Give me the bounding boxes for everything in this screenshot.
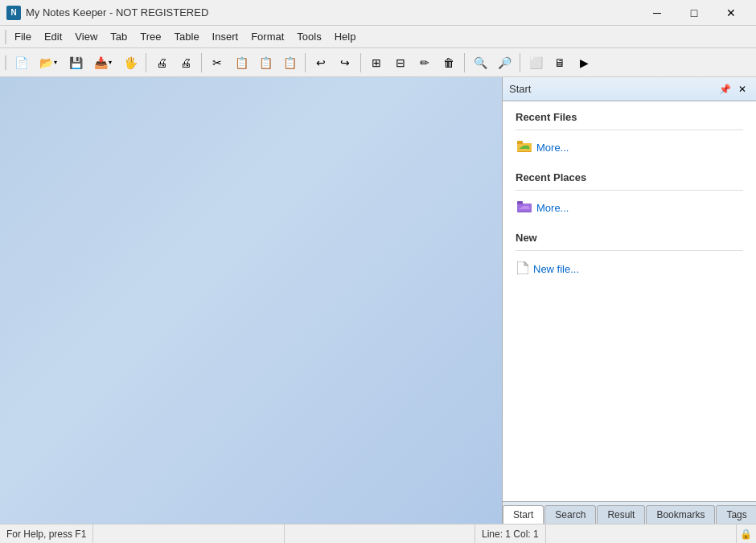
start-panel-close-button[interactable]: ✕ (735, 82, 750, 97)
new-file-icon (517, 261, 528, 277)
toolbar-separator-1 (146, 53, 146, 72)
start-panel-controls: 📌 ✕ (717, 82, 750, 97)
close-button[interactable]: ✕ (713, 0, 750, 26)
app-icon: N (6, 6, 21, 20)
svg-rect-2 (517, 141, 523, 144)
recent-files-folder-icon (517, 141, 532, 154)
toolbar-separator-4 (360, 53, 361, 72)
title-text: My Notes Keeper - NOT REGISTERED (26, 6, 208, 19)
title-left: N My Notes Keeper - NOT REGISTERED (6, 6, 208, 20)
start-panel-title: Start (509, 83, 531, 95)
toolbar-separator-6 (520, 53, 520, 72)
menu-bar: File Edit View Tab Tree Table Insert For… (0, 26, 756, 48)
section-gap-1 (516, 160, 743, 171)
menu-file[interactable]: File (8, 28, 38, 45)
title-controls: ─ □ ✕ (639, 0, 750, 26)
toolbar-edit-button[interactable]: ✏ (413, 51, 436, 74)
recent-places-divider (516, 190, 743, 191)
toolbar-copy-button[interactable]: 📋 (230, 51, 253, 74)
menu-table[interactable]: Table (168, 28, 206, 45)
toolbar-table2-button[interactable]: ⊟ (389, 51, 412, 74)
toolbar-monitor-button[interactable]: 🖥 (549, 51, 571, 74)
bottom-tabs: Start Search Result Bookmarks Tags (503, 501, 756, 524)
toolbar-new-button[interactable]: 📄 (10, 51, 32, 74)
recent-places-more-label: More... (536, 202, 569, 214)
recent-files-more-item[interactable]: More... (516, 138, 743, 157)
toolbar-print-button[interactable]: 🖨 (150, 51, 173, 74)
new-file-item[interactable]: New file... (516, 259, 743, 279)
toolbar: 📄 📂▾ 💾 📥▾ 🖐 🖨 🖨 ✂ 📋 📋 📋 ↩ ↪ ⊞ ⊟ ✏ 🗑 🔍 🔎 … (0, 48, 756, 77)
start-panel-header: Start 📌 ✕ (503, 77, 756, 101)
recent-files-more-label: More... (536, 142, 569, 154)
toolbar-paste2-button[interactable]: 📋 (278, 51, 301, 74)
status-bar: For Help, press F1 Line: 1 Col: 1 🔒 (0, 524, 756, 543)
menu-view[interactable]: View (68, 28, 104, 45)
right-panel: Start 📌 ✕ Recent Files More... (502, 77, 756, 524)
recent-places-folder-icon (517, 201, 532, 215)
toolbar-print2-button[interactable]: 🖨 (175, 51, 197, 74)
status-spacer-1 (93, 524, 284, 543)
toolbar-redo-button[interactable]: ↪ (334, 51, 356, 74)
section-gap-2 (516, 220, 743, 232)
toolbar-separator-2 (201, 53, 202, 72)
recent-files-heading: Recent Files (516, 111, 743, 123)
tab-tags[interactable]: Tags (716, 505, 756, 524)
toolbar-search-button[interactable]: 🔍 (469, 51, 491, 74)
status-spacer-2 (285, 524, 475, 543)
lock-icon: 🔒 (737, 524, 756, 543)
toolbar-separator-3 (305, 53, 306, 72)
status-position: Line: 1 Col: 1 (475, 524, 546, 543)
minimize-button[interactable]: ─ (639, 0, 676, 26)
menu-insert[interactable]: Insert (206, 28, 245, 45)
tab-start[interactable]: Start (503, 505, 544, 524)
toolbar-delete-button[interactable]: 🗑 (438, 51, 460, 74)
menu-tab[interactable]: Tab (104, 28, 134, 45)
toolbar-pointer-button[interactable]: 🖐 (119, 51, 142, 74)
toolbar-import-button[interactable]: 📥▾ (88, 51, 117, 74)
left-panel (0, 77, 502, 524)
maximize-button[interactable]: □ (676, 0, 713, 26)
svg-marker-9 (524, 261, 528, 265)
menu-tools[interactable]: Tools (290, 28, 327, 45)
menu-format[interactable]: Format (244, 28, 290, 45)
new-section-heading: New (516, 232, 743, 244)
recent-files-divider (516, 130, 743, 130)
main-area: Start 📌 ✕ Recent Files More... (0, 77, 756, 524)
menu-separator (5, 30, 6, 44)
toolbar-save-button[interactable]: 💾 (64, 51, 87, 74)
toolbar-separator-left (5, 56, 6, 70)
status-spacer-3 (546, 524, 737, 543)
toolbar-undo-button[interactable]: ↩ (310, 51, 332, 74)
toolbar-more-button[interactable]: ▶ (573, 51, 595, 74)
start-panel-pin-button[interactable]: 📌 (717, 82, 732, 97)
title-bar: N My Notes Keeper - NOT REGISTERED ─ □ ✕ (0, 0, 756, 26)
menu-edit[interactable]: Edit (38, 28, 68, 45)
tab-result[interactable]: Result (597, 505, 645, 524)
toolbar-box-button[interactable]: ⬜ (524, 51, 547, 74)
toolbar-paste-button[interactable]: 📋 (254, 51, 277, 74)
tab-search[interactable]: Search (544, 505, 596, 524)
new-file-label: New file... (533, 263, 579, 275)
toolbar-separator-5 (464, 53, 465, 72)
recent-places-more-item[interactable]: More... (516, 199, 743, 217)
menu-help[interactable]: Help (328, 28, 363, 45)
toolbar-table-button[interactable]: ⊞ (365, 51, 388, 74)
menu-tree[interactable]: Tree (134, 28, 167, 45)
toolbar-open-button[interactable]: 📂▾ (34, 51, 63, 74)
tab-bookmarks[interactable]: Bookmarks (646, 505, 715, 524)
recent-places-heading: Recent Places (516, 171, 743, 183)
status-help: For Help, press F1 (0, 524, 93, 543)
new-section-divider (516, 250, 743, 251)
toolbar-search2-button[interactable]: 🔎 (493, 51, 516, 74)
start-panel-content: Recent Files More... Recent Places (503, 101, 756, 501)
svg-rect-6 (517, 201, 523, 204)
toolbar-cut-button[interactable]: ✂ (206, 51, 228, 74)
